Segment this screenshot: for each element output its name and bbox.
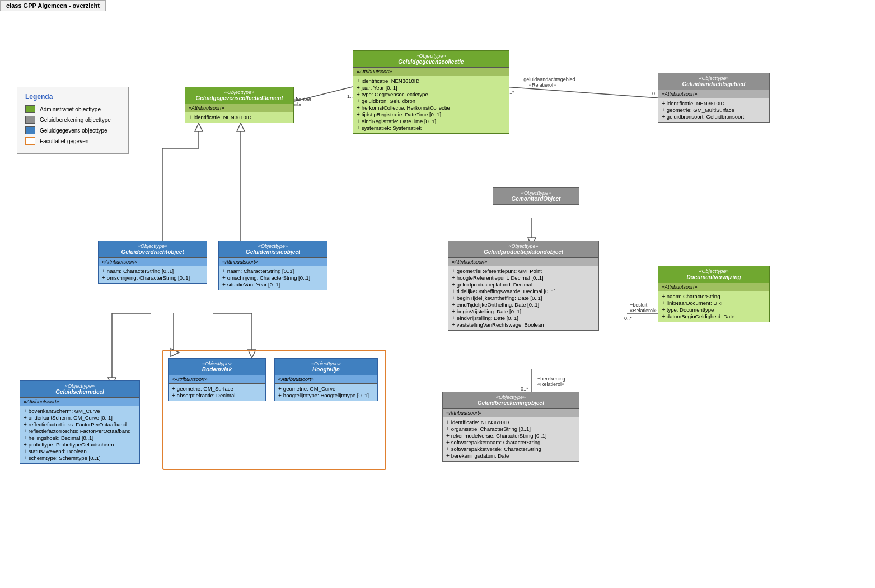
attr-item: +softwarepakketnaam: CharacterString [446, 439, 575, 445]
box-hoogtelijn: «Objecttype» Hoogtelijn «Attribuutsoort»… [274, 358, 378, 401]
classname: Bodemvlak [172, 366, 262, 373]
box-header: «Objecttype» Geluidoverdrachtobject [99, 241, 207, 257]
attr-item: +schermtype: Schermtype [0..1] [24, 455, 136, 461]
legend-item-orange: Facultatief gegeven [25, 137, 120, 145]
section-title: «Attribuutsoort» [275, 375, 377, 383]
blue-swatch [25, 126, 35, 134]
box-header: «Objecttype» GeluidgegevenscollectieElem… [185, 87, 293, 104]
attr-item: +reflectiefactorLinks: FactorPerOctaafba… [24, 421, 136, 427]
attr-item: +hoogteReferentiepunt: Decimal [0..1] [452, 275, 595, 281]
box-bodemvlak: «Objecttype» Bodemvlak «Attribuutsoort» … [168, 358, 266, 401]
box-header: «Objecttype» GemonitordObject [493, 188, 579, 204]
box-header: «Objecttype» Hoogtelijn [275, 359, 377, 375]
attr-item: +profieltype: ProfieltypeGeluidscherm [24, 441, 136, 448]
attr-item: +type: Gegevenscollectietype [357, 91, 506, 97]
classname: Geluidemissieobject [222, 249, 324, 255]
classname: Geluidschermdeel [24, 389, 136, 395]
stereotype: «Objecttype» [278, 361, 374, 366]
attr-item: +berekeningsdatum: Date [446, 453, 575, 459]
stereotype: «Objecttype» [102, 243, 203, 249]
stereotype: «Objecttype» [497, 190, 575, 196]
box-geluidemissieobject: «Objecttype» Geluidemissieobject «Attrib… [218, 241, 327, 290]
attr-item: +softwarepakketversie: CharacterString [446, 446, 575, 452]
tab-bar[interactable]: class GPP Algemeen - overzicht [0, 0, 106, 11]
box-geluidgegevenscollectie: «Objecttype» Geluidgegevenscollectie «At… [353, 50, 509, 134]
box-documentverwijzing: «Objecttype» Documentverwijzing «Attribu… [658, 266, 770, 322]
box-header: «Objecttype» Bodemvlak [169, 359, 265, 375]
stereotype: «Objecttype» [24, 383, 136, 389]
legend: Legenda Administratief objecttype Geluid… [17, 87, 129, 154]
svg-text:+berekening: +berekening [537, 376, 565, 382]
attr-item: +geluidproductieplafond: Decimal [452, 281, 595, 288]
attr-item: +herkomstCollectie: HerkomstCollectie [357, 105, 506, 111]
box-geluidaandachtsgebied: «Objecttype» Geluidaandachtsgebied «Attr… [658, 73, 770, 123]
attrs: +identificatie: NEN3610ID +geometrie: GM… [658, 98, 769, 122]
attr-item: +linkNaarDocument: URI [662, 300, 766, 306]
box-header: «Objecttype» Geluidgegevenscollectie [353, 51, 509, 67]
classname: Geluidbereekeningobject [446, 400, 575, 406]
legend-label-green: Administratief objecttype [40, 106, 101, 112]
classname: GemonitordObject [497, 196, 575, 202]
section-title: «Attribuutsoort» [20, 397, 139, 406]
stereotype: «Objecttype» [172, 361, 262, 366]
canvas: class GPP Algemeen - overzicht +featureM… [0, 0, 875, 588]
attr-item: +eindTijdelijkeOntheffing: Date [0..1] [452, 302, 595, 308]
attr-item: +naam: CharacterString [662, 293, 766, 299]
stereotype: «Objecttype» [222, 243, 324, 249]
legend-item-blue: Geluidgegevens objecttype [25, 126, 120, 134]
stereotype: «Objecttype» [452, 243, 595, 249]
attrs: +geometrie: GM_Curve +hoogtelijtntype: H… [275, 383, 377, 401]
gray-swatch [25, 116, 35, 124]
attr-item: +jaar: Year [0..1] [357, 84, 506, 91]
attrs: +identificatie: NEN3610ID [185, 112, 293, 123]
attr-item: +naam: CharacterString [0..1] [102, 268, 203, 274]
box-geluidproductieplafondobject: «Objecttype» Geluidproductieplafondobjec… [448, 241, 599, 331]
svg-text:+besluit: +besluit [630, 302, 648, 308]
classname: Geluidaandachtsgebied [662, 81, 766, 87]
svg-marker-10 [195, 123, 203, 131]
svg-text:0..*: 0..* [624, 316, 632, 321]
section-title: «Attribuutsoort» [219, 257, 327, 266]
attr-item: +geluidbron: Geluidbron [357, 98, 506, 104]
svg-text:0..*: 0..* [521, 386, 528, 392]
box-header: «Objecttype» Geluidbereekeningobject [443, 392, 579, 408]
attr-item: +identificatie: NEN3610ID [446, 419, 575, 425]
green-swatch [25, 105, 35, 113]
section-title: «Attribuutsoort» [353, 67, 509, 76]
attrs: +identificatie: NEN3610ID +organisatie: … [443, 417, 579, 461]
attr-item: +beginTijdelijkeOntheffing: Date [0..1] [452, 295, 595, 301]
attrs: +identificatie: NEN3610ID +jaar: Year [0… [353, 76, 509, 133]
legend-label-orange: Facultatief gegeven [40, 138, 88, 144]
attr-item: +identificatie: NEN3610ID [189, 114, 290, 120]
attr-item: +hoogtelijtntype: Hoogtelijtntype [0..1] [278, 392, 374, 398]
attrs: +geometrie: GM_Surface +absorptiefractie… [169, 383, 265, 401]
stereotype: «Objecttype» [446, 394, 575, 400]
attr-item: +rekenmodelversie: CharacterString [0..1… [446, 432, 575, 439]
attrs: +naam: CharacterString [0..1] +omschrijv… [219, 266, 327, 290]
legend-label-blue: Geluidgegevens objecttype [40, 128, 107, 134]
attr-item: +beginVrijstelling: Date [0..1] [452, 308, 595, 314]
attr-item: +bovenkantScherm: GM_Curve [24, 408, 136, 414]
attr-item: +vaststellingVanRechtswege: Boolean [452, 322, 595, 328]
svg-text:«Relatierol»: «Relatierol» [630, 308, 657, 313]
orange-swatch [25, 137, 35, 145]
attr-item: +datumBeginGeldigheid: Date [662, 313, 766, 319]
classname: Geluidoverdrachtobject [102, 249, 203, 255]
attr-item: +omschrijving: CharacterString [0..1] [102, 275, 203, 281]
attr-item: +situatieVan: Year [0..1] [222, 281, 324, 288]
attr-item: +geometrie: GM_MultiSurface [662, 107, 766, 113]
attr-item: +identificatie: NEN3610ID [357, 78, 506, 84]
svg-text:«Relatierol»: «Relatierol» [537, 382, 564, 387]
box-header: «Objecttype» Geluidaandachtsgebied [658, 73, 769, 90]
attr-item: +organisatie: CharacterString [0..1] [446, 426, 575, 432]
svg-text:«Relatierol»: «Relatierol» [529, 82, 556, 88]
box-header: «Objecttype» Geluidproductieplafondobjec… [448, 241, 598, 257]
attr-item: +eindRegistratie: DateTime [0..1] [357, 118, 506, 124]
tab-label: class GPP Algemeen - overzicht [6, 2, 100, 9]
attr-item: +geometrieReferentiepunt: GM_Point [452, 268, 595, 274]
box-geluidoverdrachtobject: «Objecttype» Geluidoverdrachtobject «Att… [98, 241, 207, 284]
stereotype: «Objecttype» [662, 269, 766, 274]
attrs: +naam: CharacterString +linkNaarDocument… [658, 291, 769, 322]
attrs: +geometrieReferentiepunt: GM_Point +hoog… [448, 266, 598, 330]
section-title: «Attribuutsoort» [169, 375, 265, 383]
